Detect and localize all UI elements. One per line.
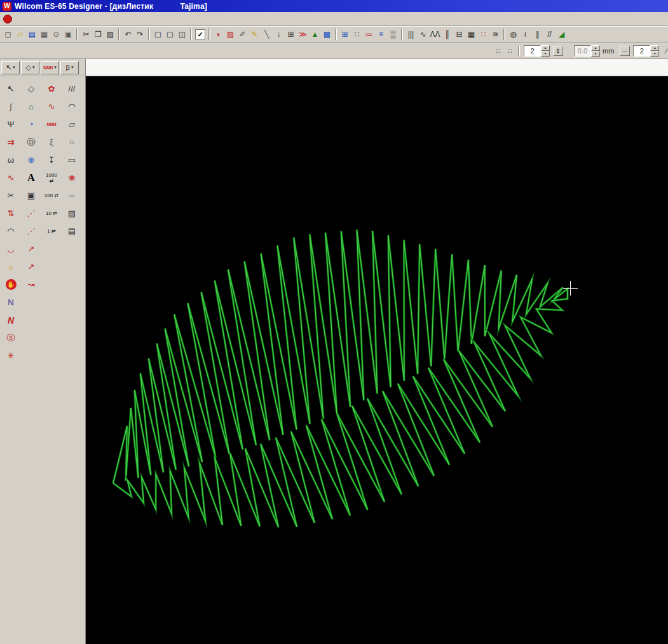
undo-button[interactable]: ↶: [122, 29, 134, 41]
stitch-arches-button[interactable]: ∿: [417, 29, 429, 41]
lettering-tool[interactable]: A: [22, 169, 41, 186]
run-stitch-tool[interactable]: ⋰: [22, 205, 41, 222]
color-list-button[interactable]: ≔: [363, 29, 375, 41]
red-wave-tool[interactable]: ∿: [1, 169, 20, 186]
needle-point-button[interactable]: ↓: [273, 29, 285, 41]
arrow-stitch-tool[interactable]: ⇉: [1, 134, 20, 151]
count-up-button[interactable]: ▴: [650, 45, 659, 51]
zoom-100-tool[interactable]: 100 ⇄: [42, 187, 61, 204]
spacing-value[interactable]: 2: [524, 45, 541, 57]
spring-tool[interactable]: ξ: [42, 134, 61, 151]
flower-fill-tool[interactable]: ✿: [42, 80, 61, 97]
stitch-angle-tool[interactable]: ///: [62, 80, 81, 97]
zoom-1000-tool[interactable]: 1000 ⇄: [42, 169, 61, 186]
layers-tool[interactable]: ▤: [62, 223, 81, 240]
rectangle-tool[interactable]: ▭: [62, 151, 81, 168]
length-down-button[interactable]: ▾: [591, 51, 600, 57]
select-tool[interactable]: ↖: [1, 80, 20, 97]
column-height-tool[interactable]: ↧: [42, 151, 61, 168]
spacing-up-button[interactable]: ▴: [541, 45, 550, 51]
arc-input-tool[interactable]: ◠: [62, 98, 81, 115]
menu-insert[interactable]: [43, 17, 52, 21]
print-preview-button[interactable]: ⊙: [50, 29, 62, 41]
menu-special[interactable]: [61, 17, 70, 21]
stitch-rail-button[interactable]: ⊟: [453, 29, 465, 41]
palette-grid-button[interactable]: ▩: [321, 29, 333, 41]
menu-view[interactable]: [34, 17, 43, 21]
pencil-button[interactable]: ✎: [249, 29, 261, 41]
print-button[interactable]: ▦: [38, 29, 50, 41]
length-value[interactable]: 0.0: [574, 45, 591, 57]
grid-settings-button[interactable]: ⊞: [339, 29, 351, 41]
save-button[interactable]: ▤: [26, 29, 38, 41]
menu-file[interactable]: [17, 17, 25, 21]
grid-small-icon-a[interactable]: ∷: [493, 45, 504, 57]
menu-arrange[interactable]: [70, 17, 79, 21]
n-red-tool[interactable]: N: [1, 312, 20, 329]
stop-tool[interactable]: ✋: [1, 276, 20, 293]
align-list-button[interactable]: ≡: [375, 29, 387, 41]
count-value[interactable]: 2: [633, 45, 650, 57]
freehand-select-tool[interactable]: ʃ: [1, 98, 20, 115]
machine-grid-button[interactable]: ⊞: [285, 29, 297, 41]
open-folder-button[interactable]: ▱: [14, 29, 26, 41]
stitch-type-dropdown[interactable]: NNN ▾: [41, 61, 59, 74]
menu-machine[interactable]: [88, 17, 97, 21]
dash-stitch-tool[interactable]: ⋰: [22, 223, 41, 240]
cut-button[interactable]: ✂: [80, 29, 92, 41]
app-icon[interactable]: W: [3, 2, 11, 11]
grid-small-icon-b[interactable]: ∷: [504, 45, 515, 57]
zoom-1-tool[interactable]: 1 ⇄: [42, 223, 61, 240]
paste-button[interactable]: ▨: [104, 29, 116, 41]
select-tool-dropdown[interactable]: ↖ ▾: [1, 61, 20, 74]
reshape-tool[interactable]: ◇: [22, 80, 41, 97]
hoop-right-button[interactable]: ▢: [164, 29, 176, 41]
stitch-dots-button[interactable]: ∷: [477, 29, 489, 41]
menu-image[interactable]: [79, 17, 88, 21]
reshape-fill-tool[interactable]: ⌂: [22, 98, 41, 115]
effect-squiggle-button[interactable]: ≀: [519, 29, 531, 41]
circle-angle-tool[interactable]: ◔: [22, 116, 41, 133]
globe-tool[interactable]: ⊕: [22, 151, 41, 168]
auto-check-toggle[interactable]: ✓: [195, 29, 205, 39]
satin-stitch-tool[interactable]: NNN: [42, 116, 61, 133]
menu-edit[interactable]: [25, 17, 34, 21]
nudge-tool[interactable]: ⇅: [1, 205, 20, 222]
outline-pen-button[interactable]: ✐: [236, 29, 249, 41]
dash-arrow-tool[interactable]: ↗: [22, 258, 41, 275]
new-document-button[interactable]: ◻: [2, 29, 14, 41]
input-method-dropdown[interactable]: β ▾: [60, 61, 79, 74]
weave-tool[interactable]: ω: [1, 151, 20, 168]
stitch-columns-button[interactable]: ║: [441, 29, 453, 41]
document-icon[interactable]: [3, 15, 12, 24]
ellipse-tool[interactable]: ○: [62, 134, 81, 151]
effect-slant-button[interactable]: //: [543, 29, 556, 41]
copy-button[interactable]: ❐: [92, 29, 104, 41]
redo-button[interactable]: ↷: [134, 29, 146, 41]
stitch-peaks-button[interactable]: ΛΛ: [429, 29, 441, 41]
menu-stitch[interactable]: [52, 17, 61, 21]
hatch-stitch-button[interactable]: ▨: [224, 29, 236, 41]
circle-flower-tool[interactable]: ✳: [1, 347, 20, 364]
zigzag-input-tool[interactable]: ∿: [42, 98, 61, 115]
reshape-tool-dropdown[interactable]: ◇ ▾: [21, 61, 39, 74]
more-options-button[interactable]: ⋯: [620, 46, 630, 56]
frame-tool[interactable]: ▣: [22, 187, 41, 204]
curve-arrow-tool[interactable]: ↝: [22, 276, 41, 293]
stitch-bars-button[interactable]: |||: [405, 29, 417, 41]
effect-triangle-button[interactable]: ◢: [556, 29, 568, 41]
stitch-mesh-button[interactable]: ▦: [465, 29, 477, 41]
line-tool-button[interactable]: ╲: [261, 29, 273, 41]
fabric-tool[interactable]: ▨: [62, 205, 81, 222]
dot-matrix-button[interactable]: ∷: [351, 29, 363, 41]
overlap-view-button[interactable]: ◫: [176, 29, 188, 41]
flower-small-tool[interactable]: ❀: [62, 169, 81, 186]
menu-window[interactable]: [97, 17, 106, 21]
menu-help[interactable]: [106, 17, 114, 21]
scissors-tool[interactable]: ✂: [1, 187, 20, 204]
complex-fill-tool[interactable]: ▱: [62, 116, 81, 133]
machines-tool[interactable]: ⌂⌂: [62, 187, 81, 204]
letter-d-tool[interactable]: Ⓓ: [22, 134, 41, 151]
arch-tool[interactable]: ◡: [1, 240, 20, 257]
n-curve-tool[interactable]: N: [1, 294, 20, 311]
